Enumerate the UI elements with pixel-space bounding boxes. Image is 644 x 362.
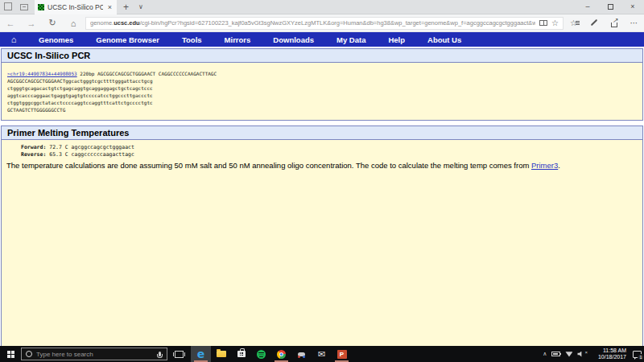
nav-item-help[interactable]: Help [377, 35, 416, 44]
window-controls: – × [576, 0, 644, 14]
share-box-glyph: ↗ [611, 23, 617, 27]
taskbar-spotify-button[interactable] [251, 346, 271, 362]
file-explorer-icon [217, 351, 226, 357]
nav-item-mirrors[interactable]: Mirrors [213, 35, 262, 44]
tab-title: UCSC In-Silico PCR [47, 3, 103, 11]
browser-tab-bar: UCSC In-Silico PCR × + ∨ – × [0, 0, 644, 14]
taskbar-powerpoint-button[interactable]: P [332, 346, 352, 362]
nav-item-downloads[interactable]: Downloads [262, 35, 325, 44]
reverse-value: 65.3 C caggccccccaagacttagc [46, 151, 134, 158]
tab-actions [0, 4, 35, 10]
chromosome-position-link[interactable]: >chr19:44907834+44908053 [7, 71, 77, 76]
cortana-icon [26, 351, 32, 357]
melting-temperatures-section: Primer Melting Temperatures Forward: 72.… [1, 125, 643, 346]
task-view-button[interactable] [175, 351, 184, 358]
taskbar-mail-button[interactable]: ✉ [312, 346, 332, 362]
clock-date: 10/18/2017 [598, 354, 626, 360]
system-tray: ∧ × 11:58 AM10/18/2017 1 [543, 348, 644, 360]
back-button[interactable]: ← [0, 19, 21, 28]
volume-muted-x: × [584, 350, 588, 355]
melting-section-title: Primer Melting Temperatures [2, 126, 642, 140]
share-arrow-glyph: ↗ [613, 17, 618, 24]
chrome-icon [277, 350, 286, 359]
cloud-app-icon [298, 352, 305, 356]
close-window-button[interactable]: × [621, 0, 644, 14]
sequence-line: ctgggtgcagacactgtctgagcaggtgcaggaggagctg… [7, 84, 639, 92]
taskbar-chrome-button[interactable] [271, 346, 291, 362]
hub-favorites-icon[interactable]: ☆ [564, 19, 584, 27]
maximize-icon [608, 4, 613, 10]
tabs-set-aside-icon[interactable] [20, 4, 28, 10]
nav-item-genome-browser[interactable]: Genome Browser [85, 35, 171, 44]
taskbar-file-explorer-button[interactable] [211, 346, 231, 362]
sequence-line: AGCGGCCAGCGCTGGGAACTggcactgggtcgcttttggg… [7, 77, 639, 84]
pcr-sequence-block: >chr19:44907834+44908053 220bp AGCGGCCAG… [2, 63, 642, 120]
pen-glyph [590, 19, 597, 25]
temperature-note: The temperature calculations are done as… [2, 158, 642, 170]
windows-taskbar: Type here to search e ✉ P ∧ × 11:58 AM10… [0, 346, 644, 362]
forward-button[interactable]: → [21, 19, 42, 28]
pcr-section-title: UCSC In-Silico PCR [2, 49, 642, 63]
clock-time: 11:58 AM [603, 348, 626, 353]
sequence-line: ctggtgggcggctatacctccccaggtccaggtttcattc… [7, 99, 639, 106]
battery-icon[interactable] [551, 352, 560, 356]
note-text: The temperature calculations are done as… [6, 161, 531, 170]
ucsc-nav-bar: ⌂ Genomes Genome Browser Tools Mirrors D… [0, 32, 644, 47]
hub-star-glyph: ☆ [570, 19, 577, 27]
page-content: UCSC In-Silico PCR >chr19:44907834+44908… [0, 47, 644, 346]
maximize-button[interactable] [599, 0, 621, 14]
edge-icon: e [197, 348, 205, 360]
start-button[interactable] [0, 346, 21, 362]
ucsc-home-icon[interactable]: ⌂ [0, 35, 27, 44]
browser-tab[interactable]: UCSC In-Silico PCR × [35, 0, 117, 14]
tab-preview-chevron-icon[interactable]: ∨ [135, 3, 147, 10]
nav-item-tools[interactable]: Tools [171, 35, 213, 44]
reverse-primer-row: Reverse: 65.3 C caggccccccaagacttagc [2, 151, 642, 158]
url-text: genome.ucsc.edu/cgi-bin/hgPcr?hgsid=6271… [90, 19, 535, 27]
tray-chevron-icon[interactable]: ∧ [543, 351, 547, 357]
pcr-results-section: UCSC In-Silico PCR >chr19:44907834+44908… [1, 48, 643, 121]
taskbar-clock[interactable]: 11:58 AM10/18/2017 [592, 348, 626, 360]
search-placeholder: Type here to search [36, 351, 155, 358]
refresh-button[interactable]: ↻ [42, 18, 63, 28]
note-period: . [558, 161, 560, 170]
primer3-link[interactable]: Primer3 [531, 161, 558, 170]
microsoft-store-icon [237, 351, 246, 357]
sequence-line: GCTAAGTCTTGGGGGGCCTG [7, 106, 639, 113]
web-note-pen-icon[interactable] [584, 19, 604, 28]
wifi-icon[interactable] [565, 352, 572, 357]
result-header-rest: 220bp AGCGGCCAGCGCTGGGAACT CAGGCCCCCCAAG… [77, 71, 217, 76]
browser-home-button[interactable]: ⌂ [63, 19, 84, 28]
url-field[interactable]: genome.ucsc.edu/cgi-bin/hgPcr?hgsid=6271… [85, 17, 564, 30]
taskbar-edge-button[interactable]: e [191, 346, 211, 362]
reverse-label: Reverse: [21, 151, 46, 158]
hub-lines-icon [576, 21, 580, 22]
nav-item-about-us[interactable]: About Us [416, 35, 473, 44]
action-center-icon[interactable]: 1 [633, 351, 642, 358]
tab-close-icon[interactable]: × [106, 3, 114, 11]
nav-item-my-data[interactable]: My Data [325, 35, 377, 44]
new-tab-button[interactable]: + [117, 2, 135, 13]
windows-logo-icon [7, 351, 14, 358]
set-tabs-aside-icon[interactable] [6, 4, 12, 10]
notification-badge: 1 [638, 354, 644, 360]
add-favorite-star-icon[interactable]: ☆ [551, 19, 559, 27]
address-bar: ← → ↻ ⌂ genome.ucsc.edu/cgi-bin/hgPcr?hg… [0, 14, 644, 32]
result-header-line: >chr19:44907834+44908053 220bp AGCGGCCAG… [7, 70, 639, 77]
ucsc-favicon [38, 4, 44, 10]
more-options-icon[interactable]: ⋯ [624, 19, 644, 27]
forward-label: Forward: [21, 144, 46, 150]
melting-section-body: Forward: 72.7 C agcggccagcgctgggaact Rev… [2, 140, 642, 346]
minimize-button[interactable]: – [576, 0, 599, 14]
share-icon[interactable]: ↗ [604, 19, 624, 27]
taskbar-search-box[interactable]: Type here to search [21, 348, 167, 360]
taskbar-store-button[interactable] [231, 346, 251, 362]
nav-item-genomes[interactable]: Genomes [27, 35, 85, 44]
volume-muted-icon[interactable] [577, 352, 583, 357]
sequence-line: aggtcacccaggaactgaggtgagtgtccccatcctggcc… [7, 92, 639, 99]
forward-primer-row: Forward: 72.7 C agcggccagcgctgggaact [2, 144, 642, 151]
microphone-icon[interactable] [159, 352, 161, 356]
taskbar-cloud-app-button[interactable] [291, 346, 312, 362]
powerpoint-icon: P [337, 350, 347, 359]
reading-view-icon[interactable] [539, 20, 547, 26]
